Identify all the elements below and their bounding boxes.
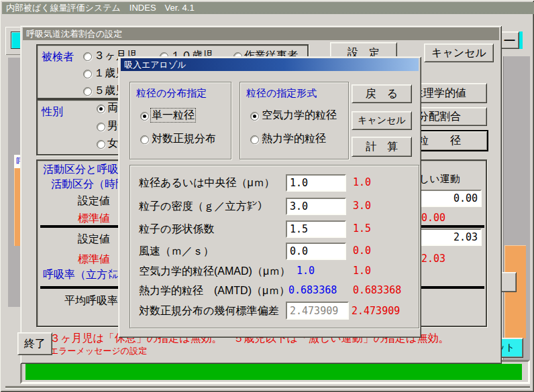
- field-wind-input[interactable]: [286, 243, 346, 260]
- radio-aerodynamic-label[interactable]: 空気力学的粒径: [262, 109, 337, 121]
- radio-gender-male[interactable]: [97, 123, 105, 131]
- field-amtd-value: 0.683368: [288, 285, 337, 296]
- field-amtd-label: 熱力学的粒径 (AMTD)（μｍ）: [139, 285, 290, 297]
- aerosol-cancel-button[interactable]: キャンセル: [352, 111, 412, 130]
- radio-single-size-label[interactable]: 単一粒径: [152, 109, 195, 121]
- activity-heading: 活動区分と呼吸率: [43, 164, 129, 176]
- stdvalue-1: 0.00: [421, 212, 445, 224]
- minimize-glyph: —: [504, 34, 515, 46]
- field-diameter-ref: 1.0: [353, 177, 371, 188]
- field-density-input[interactable]: [286, 198, 346, 215]
- radio-single-size[interactable]: [140, 112, 149, 121]
- main-title: 内部被ばく線量評価システム INDES Ver. 4.1: [6, 3, 195, 13]
- bottom-divider: [5, 386, 530, 388]
- field-shape-input[interactable]: [286, 220, 346, 238]
- aerosol-dialog: 吸入エアロゾル 粒径の分布指定 単一粒径 対数正規分布 粒径の指定形式 空気力学…: [118, 56, 421, 338]
- field-diameter-input[interactable]: [286, 174, 346, 192]
- distribution-group-label: 粒径の分布指定: [136, 87, 207, 99]
- radio-aerodynamic[interactable]: [250, 112, 259, 121]
- radio-subject-1year[interactable]: [83, 70, 92, 78]
- radio-subject-5year[interactable]: [83, 87, 92, 96]
- subject-label: 被検者: [42, 51, 74, 63]
- application-window: 内部被ばく線量評価システム INDES Ver. 4.1 呼 — リセット 呼吸…: [0, 0, 534, 392]
- radio-thermodynamic[interactable]: [250, 135, 259, 144]
- distribution-ratio-label: 分配割合: [418, 110, 461, 124]
- average-breathing-label: 平均呼吸率: [64, 295, 118, 307]
- particle-size-label: 粒 径: [418, 134, 461, 148]
- deposition-dialog-title-bar[interactable]: 呼吸気道沈着割合の設定: [23, 27, 499, 40]
- stdvalue-label-1: 標準値: [78, 212, 110, 224]
- format-group-label: 粒径の指定形式: [246, 87, 317, 99]
- setvalue-label-2: 設定値: [78, 233, 110, 245]
- return-button[interactable]: 戻 る: [352, 84, 412, 103]
- field-density-ref: 3.0: [353, 200, 371, 212]
- cyan-sliver-right: [519, 31, 523, 49]
- radio-gender-both[interactable]: [97, 105, 105, 113]
- aerosol-dialog-title-bar[interactable]: 吸入エアロゾル: [121, 58, 419, 71]
- field-wind-label: 風速（ｍ／ｓ）: [139, 245, 214, 257]
- field-amtd-ref: 0.683368: [353, 285, 401, 296]
- main-title-bar[interactable]: 内部被ばく線量評価システム INDES Ver. 4.1: [2, 2, 534, 14]
- field-shape-ref: 1.5: [353, 223, 371, 235]
- field-shape-label: 粒子の形状係数: [139, 223, 214, 235]
- field-gsd-label: 対数正規分布の幾何標準偏差: [139, 305, 278, 317]
- field-amad-label: 空気力学的粒径(AMAD)（μｍ）: [139, 265, 290, 277]
- radio-gender-female[interactable]: [97, 140, 105, 149]
- exit-label: 終了: [24, 337, 46, 351]
- deposition-dialog-title: 呼吸気道沈着割合の設定: [26, 29, 122, 39]
- dialog-cancel-button[interactable]: キャンセル: [424, 44, 494, 62]
- setvalue-label-1: 設定値: [78, 195, 110, 207]
- radio-lognormal-label[interactable]: 対数正規分布: [152, 133, 216, 145]
- field-density-label: 粒子の密度（ｇ／立方㌢）: [139, 200, 268, 212]
- radio-lognormal[interactable]: [140, 135, 149, 144]
- error-message-label: エラーメッセージの設定: [50, 346, 147, 356]
- field-amad-value: 1.0: [297, 265, 315, 277]
- breathing-rate-input[interactable]: [420, 228, 482, 246]
- field-gsd-ref: 2.473909: [352, 306, 400, 317]
- field-wind-ref: 0.0: [353, 245, 371, 257]
- field-gsd-input[interactable]: [286, 302, 349, 320]
- calculate-button[interactable]: 計 算: [352, 137, 412, 157]
- minimize-button[interactable]: —: [500, 31, 519, 49]
- field-diameter-label: 粒径あるいは中央径（μｍ）: [139, 177, 275, 189]
- radio-thermodynamic-label[interactable]: 熱力学的粒径: [262, 133, 326, 145]
- aerosol-cancel-label: キャンセル: [358, 115, 406, 127]
- progress-bar: [25, 364, 522, 380]
- dialog-cancel-label: キャンセル: [431, 46, 486, 60]
- radio-subject-3month[interactable]: [83, 52, 92, 61]
- field-amad-ref: 1.0: [353, 265, 371, 277]
- aerosol-dialog-title: 吸入エアロゾル: [124, 60, 186, 70]
- return-button-label: 戻 る: [366, 87, 398, 101]
- gender-label: 性別: [42, 106, 63, 118]
- exit-button[interactable]: 終了: [17, 332, 52, 355]
- stdvalue-2: 2.03: [421, 253, 445, 265]
- exercise-time-input[interactable]: [420, 190, 482, 207]
- calculate-button-label: 計 算: [366, 140, 398, 154]
- stdvalue-label-2: 標準値: [78, 253, 110, 265]
